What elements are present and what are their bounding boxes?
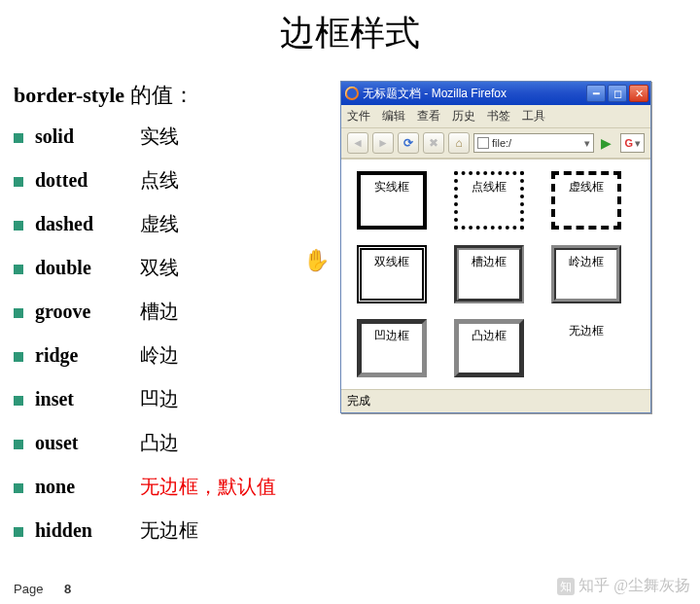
style-value-name: double: [35, 257, 140, 279]
list-item: none无边框，默认值: [14, 474, 340, 500]
menu-item[interactable]: 查看: [417, 108, 440, 124]
bullet-icon: [14, 483, 23, 493]
style-value-desc: 凸边: [140, 430, 179, 456]
style-value-desc: 无边框: [140, 517, 198, 544]
border-demo-box: 岭边框: [551, 245, 621, 303]
bullet-icon: [14, 221, 23, 231]
search-engine-letter: G: [624, 137, 633, 149]
firefox-icon: [345, 87, 359, 100]
list-item: inset凹边: [14, 386, 340, 412]
left-column: border-style 的值： solid实线dotted点线dashed虚线…: [0, 81, 340, 561]
border-demo-box: 无边框: [551, 319, 621, 377]
list-item: solid实线: [14, 124, 340, 150]
heading-suffix: 的值：: [124, 83, 194, 107]
maximize-button[interactable]: ◻: [608, 85, 627, 102]
border-demo-box: 槽边框: [454, 245, 524, 303]
watermark: 知知乎 @尘舞灰扬: [557, 576, 690, 596]
toolbar: ◄ ► ⟳ ✖ ⌂ file:/ ▾ ▶ G▾: [341, 127, 650, 159]
border-demo-box: 虚线框: [551, 171, 621, 230]
border-demo-box: 凹边框: [357, 319, 427, 377]
style-value-name: inset: [35, 388, 140, 410]
bullet-icon: [14, 352, 23, 362]
address-bar[interactable]: file:/ ▾: [473, 133, 594, 153]
style-value-desc: 双线: [140, 255, 179, 281]
menu-item[interactable]: 历史: [452, 108, 475, 124]
minimize-button[interactable]: ━: [586, 85, 606, 102]
style-value-desc: 无边框，默认值: [140, 474, 276, 500]
border-demo-box: 实线框: [357, 171, 427, 230]
bullet-icon: [14, 133, 23, 143]
style-value-name: ouset: [35, 432, 140, 454]
go-button[interactable]: ▶: [601, 135, 616, 151]
style-value-name: dotted: [35, 169, 140, 192]
style-value-desc: 凹边: [140, 386, 179, 412]
stop-button[interactable]: ✖: [423, 132, 444, 154]
bullet-icon: [14, 177, 23, 187]
heading-prefix: border-style: [14, 83, 124, 107]
search-engine-select[interactable]: G▾: [620, 133, 645, 153]
border-demo-box: 点线框: [454, 171, 524, 230]
bullet-icon: [14, 265, 23, 274]
reload-button[interactable]: ⟳: [398, 132, 419, 154]
list-item: groove槽边: [14, 299, 340, 325]
list-item: ridge岭边: [14, 342, 340, 369]
menu-item[interactable]: 书签: [487, 108, 510, 124]
menu-item[interactable]: 文件: [347, 108, 370, 124]
style-value-desc: 点线: [140, 167, 179, 194]
list-item: dashed虚线: [14, 211, 340, 237]
style-value-name: dashed: [35, 213, 140, 235]
list-item: ouset凸边: [14, 430, 340, 456]
style-value-name: hidden: [35, 519, 140, 542]
page-footer: Page 8: [14, 582, 71, 596]
style-value-desc: 岭边: [140, 342, 179, 369]
list-item: hidden无边框: [14, 517, 340, 544]
bullet-icon: [14, 308, 23, 318]
window-titlebar[interactable]: 无标题文档 - Mozilla Firefox ━ ◻ ✕: [341, 82, 650, 105]
style-value-name: solid: [35, 125, 140, 148]
watermark-text: 知乎 @尘舞灰扬: [578, 577, 690, 593]
forward-button[interactable]: ►: [372, 132, 394, 154]
menu-bar: 文件编辑查看历史书签工具: [341, 105, 650, 127]
menu-item[interactable]: 编辑: [382, 108, 405, 124]
close-button[interactable]: ✕: [629, 85, 648, 102]
border-demo-box: 双线框: [357, 245, 427, 303]
bullet-icon: [14, 440, 23, 449]
status-bar: 完成: [341, 389, 650, 412]
address-text: file:/: [492, 137, 511, 149]
style-value-name: groove: [35, 301, 140, 323]
border-demo-box: 凸边框: [454, 319, 524, 377]
footer-page-number: 8: [64, 582, 71, 596]
browser-viewport: 实线框点线框虚线框双线框槽边框岭边框凹边框凸边框无边框: [341, 159, 650, 389]
footer-label: Page: [14, 582, 43, 596]
list-item: double双线: [14, 255, 340, 281]
heading: border-style 的值：: [14, 81, 340, 110]
style-list: solid实线dotted点线dashed虚线double双线groove槽边r…: [14, 124, 340, 544]
bullet-icon: [14, 527, 23, 537]
bullet-icon: [14, 396, 23, 406]
firefox-window: 无标题文档 - Mozilla Firefox ━ ◻ ✕ 文件编辑查看历史书签…: [340, 81, 651, 413]
slide-title: 边框样式: [0, 10, 700, 57]
list-item: dotted点线: [14, 167, 340, 194]
home-button[interactable]: ⌂: [448, 132, 470, 154]
right-column: 无标题文档 - Mozilla Firefox ━ ◻ ✕ 文件编辑查看历史书签…: [340, 81, 671, 561]
style-value-desc: 实线: [140, 124, 179, 150]
page-icon: [477, 137, 489, 149]
style-value-name: ridge: [35, 344, 140, 367]
zhihu-icon: 知: [557, 578, 575, 595]
style-value-desc: 槽边: [140, 299, 179, 325]
hand-cursor-icon: ✋: [303, 248, 330, 273]
style-value-name: none: [35, 476, 140, 498]
menu-item[interactable]: 工具: [522, 108, 545, 124]
back-button[interactable]: ◄: [347, 132, 368, 154]
window-title: 无标题文档 - Mozilla Firefox: [363, 86, 586, 102]
style-value-desc: 虚线: [140, 211, 179, 237]
